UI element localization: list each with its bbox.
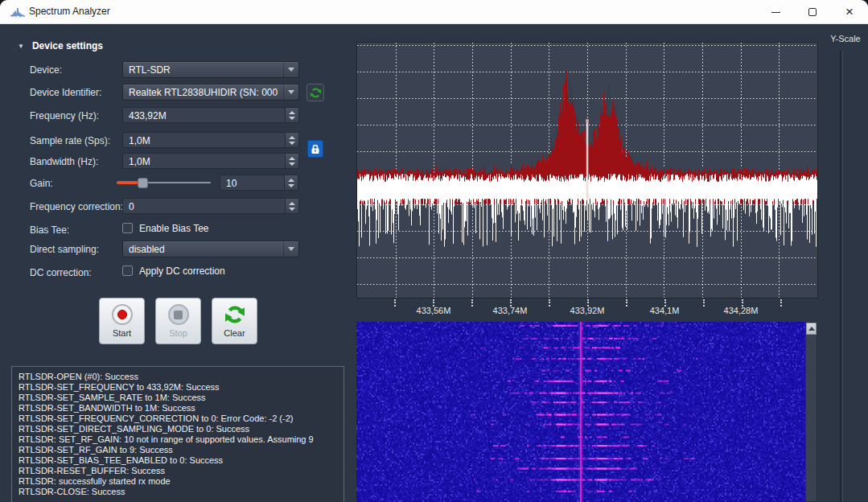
device-settings-title: Device settings <box>32 40 103 51</box>
device-identifier-combo-value: Realtek RTL2838UHIDIR (SN: 00000001) <box>129 87 278 98</box>
field-row-dc-correction: DC correction: Apply DC correction <box>0 264 346 282</box>
close-button[interactable]: × <box>831 0 868 24</box>
direct-sampling-label: Direct sampling: <box>30 244 99 255</box>
log-line: RTLSDR-SET_DIRECT_SAMPLING_MODE to 0: Su… <box>19 424 343 434</box>
bandwidth-value: 1,0M <box>129 156 150 167</box>
x-tickmark <box>394 299 396 307</box>
gain-value: 10 <box>226 178 237 189</box>
chevron-down-icon[interactable] <box>283 84 298 100</box>
close-icon: × <box>845 5 854 19</box>
spin-arrows-icon[interactable] <box>285 133 298 147</box>
frequency-correction-label: Frequency correction: <box>30 201 123 212</box>
device-combo[interactable]: RTL-SDR <box>122 61 299 78</box>
frequency-spinbox[interactable]: 433,92M <box>122 107 299 123</box>
gain-spinbox[interactable]: 10 <box>220 175 298 191</box>
log-line: RTLSDR-SET_FREQUENCY_CORRECTION to 0: Er… <box>19 414 343 424</box>
log-line: RTLSDR-SET_BANDWIDTH to 1M: Success <box>19 403 343 414</box>
bias-tee-label: Bias Tee: <box>30 224 69 236</box>
y-scale-slider-groove[interactable] <box>840 51 843 502</box>
frequency-correction-value: 0 <box>129 201 134 212</box>
x-tick-label: 434,1M <box>639 306 690 315</box>
log-line: RTLSDR-SET_FREQUENCY to 433,92M: Success <box>19 382 343 393</box>
arrow-up-icon <box>808 327 815 331</box>
log-line: RTLSDR-SET_BIAS_TEE_ENABLED to 0: Succes… <box>19 455 343 466</box>
field-row-gain: Gain: 10 <box>0 175 346 192</box>
field-row-bias-tee: Bias Tee: Enable Bias Tee <box>0 221 346 239</box>
window-title: Spectrum Analyzer <box>29 6 110 17</box>
gain-slider[interactable] <box>117 175 211 191</box>
direct-sampling-combo[interactable]: disabled <box>122 241 299 257</box>
spectrum-plot[interactable] <box>356 42 818 298</box>
x-tick-label: 433,92M <box>562 306 613 315</box>
y-scale-label: Y-Scale <box>825 34 866 43</box>
refresh-devices-button[interactable] <box>306 84 324 101</box>
log-line: RTLSDR-RESET_BUFFER: Success <box>19 466 343 476</box>
bias-tee-checkbox[interactable] <box>122 223 133 233</box>
title-bar[interactable]: Spectrum Analyzer × <box>0 0 868 24</box>
scroll-up-button[interactable] <box>806 323 817 335</box>
sample-rate-value: 1,0M <box>129 135 150 146</box>
spin-arrows-icon[interactable] <box>285 199 298 213</box>
bandwidth-label: Bandwidth (Hz): <box>30 156 98 167</box>
bandwidth-spinbox[interactable]: 1,0M <box>122 153 299 169</box>
sample-rate-label: Sample rate (Sps): <box>30 135 110 146</box>
clear-button-label: Clear <box>224 328 245 338</box>
start-button-label: Start <box>113 328 131 338</box>
log-line: RTLSDR: SET_RF_GAIN: 10 not in range of … <box>19 434 343 445</box>
field-row-bandwidth: Bandwidth (Hz): 1,0M <box>0 153 346 171</box>
collapse-triangle-icon: ▼ <box>18 43 24 50</box>
log-line: RTLSDR-CLOSE: Success <box>19 487 343 497</box>
x-tickmark <box>703 299 705 307</box>
device-identifier-label: Device Identifier: <box>30 87 101 98</box>
device-settings-header[interactable]: ▼Device settings <box>18 40 103 51</box>
x-tickmark <box>471 299 473 307</box>
device-identifier-combo[interactable]: Realtek RTL2838UHIDIR (SN: 00000001) <box>122 84 299 101</box>
stop-button[interactable]: Stop <box>155 298 201 344</box>
start-button[interactable]: Start <box>99 298 145 344</box>
waterfall-display[interactable] <box>356 322 805 502</box>
x-tickmark <box>549 299 550 307</box>
log-line: RTLSDR-OPEN (#0): Success <box>19 372 343 382</box>
y-scale-slider[interactable] <box>839 51 845 502</box>
stop-icon <box>168 304 189 325</box>
spin-arrows-icon[interactable] <box>285 154 298 168</box>
x-tick-label: 433,74M <box>484 306 536 315</box>
frequency-label: Frequency (Hz): <box>30 110 99 121</box>
frequency-value: 433,92M <box>129 110 167 121</box>
log-line: RTLSDR-SET_SAMPLE_RATE to 1M: Success <box>19 393 343 403</box>
clear-button[interactable]: Clear <box>212 298 257 344</box>
spectrum-canvas[interactable] <box>357 43 817 298</box>
spin-arrows-icon[interactable] <box>285 108 298 122</box>
dc-correction-checkbox[interactable] <box>122 265 133 276</box>
x-tick-label: 433,56M <box>408 306 459 315</box>
maximize-button[interactable] <box>794 0 831 24</box>
slider-handle[interactable] <box>138 178 148 188</box>
direct-sampling-combo-value: disabled <box>129 244 165 255</box>
waterfall-scrollbar[interactable] <box>805 322 817 502</box>
bias-tee-checkbox-label[interactable]: Enable Bias Tee <box>139 223 209 234</box>
dc-correction-checkbox-label[interactable]: Apply DC correction <box>139 265 225 277</box>
clear-refresh-icon <box>224 304 245 325</box>
sample-rate-spinbox[interactable]: 1,0M <box>122 132 299 148</box>
chevron-down-icon[interactable] <box>283 62 298 77</box>
field-row-direct-sampling: Direct sampling: disabled <box>0 241 346 258</box>
stop-button-label: Stop <box>169 328 187 338</box>
device-combo-value: RTL-SDR <box>129 64 171 76</box>
field-row-frequency-correction: Frequency correction: 0 <box>0 198 346 216</box>
spin-arrows-icon[interactable] <box>284 175 298 190</box>
minimize-icon <box>771 12 780 13</box>
field-row-device-identifier: Device Identifier: Realtek RTL2838UHIDIR… <box>0 84 346 101</box>
device-label: Device: <box>30 64 62 76</box>
chevron-down-icon[interactable] <box>283 241 298 257</box>
minimize-button[interactable] <box>757 0 794 24</box>
app-icon <box>10 6 25 18</box>
waterfall-canvas[interactable] <box>356 322 805 502</box>
dc-correction-label: DC correction: <box>30 267 92 278</box>
x-tick-label: 434,28M <box>715 306 767 315</box>
app-window: Spectrum Analyzer × ▼Device settings Dev… <box>0 0 868 502</box>
maximize-icon <box>808 8 817 16</box>
frequency-correction-spinbox[interactable]: 0 <box>122 198 299 214</box>
log-output[interactable]: RTLSDR-OPEN (#0): Success RTLSDR-SET_FRE… <box>11 366 344 502</box>
field-row-device: Device: RTL-SDR <box>0 61 346 79</box>
field-row-sample-rate: Sample rate (Sps): 1,0M <box>0 132 346 150</box>
